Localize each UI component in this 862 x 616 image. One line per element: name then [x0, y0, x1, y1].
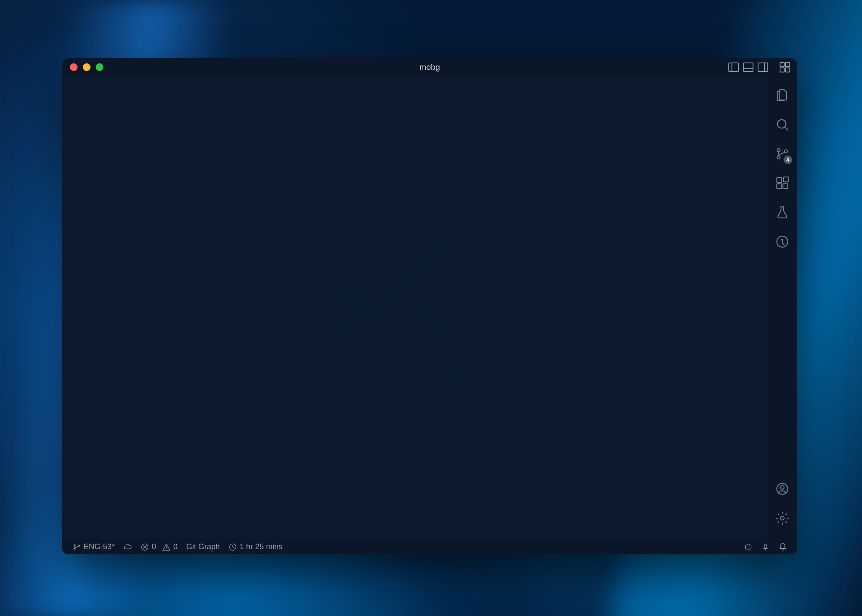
branch-name: ENG-53*: [84, 542, 115, 551]
svg-point-34: [749, 547, 750, 548]
source-control-badge: 4: [784, 156, 792, 164]
toggle-primary-sidebar-icon[interactable]: [727, 61, 740, 74]
svg-rect-18: [784, 177, 788, 182]
cloud-sync-status[interactable]: [119, 539, 136, 554]
svg-rect-9: [785, 68, 790, 72]
pin-status-icon[interactable]: [757, 539, 774, 554]
accounts-icon[interactable]: [767, 474, 797, 504]
editor-area: [62, 76, 767, 539]
explorer-icon[interactable]: [767, 81, 797, 110]
git-graph-label: Git Graph: [186, 542, 220, 551]
customize-layout-icon[interactable]: [778, 61, 791, 74]
minimize-window-button[interactable]: [83, 63, 91, 71]
testing-icon[interactable]: [767, 198, 797, 227]
separator: [774, 62, 774, 72]
svg-rect-6: [780, 62, 784, 67]
search-icon[interactable]: [767, 110, 797, 139]
svg-rect-15: [777, 177, 781, 182]
svg-rect-8: [780, 68, 784, 72]
svg-rect-17: [783, 184, 787, 188]
svg-rect-2: [743, 63, 753, 72]
activity-bar: 4: [767, 76, 797, 539]
svg-point-26: [78, 544, 80, 546]
notifications-icon[interactable]: [774, 539, 791, 554]
titlebar-actions: [727, 61, 791, 74]
titlebar: mobg: [62, 58, 797, 76]
vscode-logo-icon: [328, 221, 501, 394]
svg-rect-4: [758, 63, 768, 72]
gitlens-icon[interactable]: [767, 227, 797, 256]
window-controls: [70, 63, 103, 71]
svg-rect-16: [777, 184, 781, 188]
time-value: 1 hr 25 mins: [240, 542, 282, 551]
source-control-icon[interactable]: 4: [767, 139, 797, 168]
svg-point-12: [777, 149, 780, 152]
problems-status[interactable]: 0 0: [136, 539, 182, 554]
errors-count: 0: [152, 542, 156, 551]
svg-rect-7: [785, 62, 790, 67]
app-window: mobg: [62, 58, 797, 554]
svg-point-22: [781, 485, 784, 489]
copilot-status-icon[interactable]: [740, 539, 757, 554]
svg-point-23: [781, 516, 784, 520]
toggle-secondary-sidebar-icon[interactable]: [756, 61, 769, 74]
svg-point-33: [747, 547, 748, 548]
git-graph-status[interactable]: Git Graph: [182, 539, 224, 554]
svg-line-11: [785, 127, 788, 130]
toggle-panel-icon[interactable]: [742, 61, 755, 74]
close-window-button[interactable]: [70, 63, 78, 71]
fullscreen-window-button[interactable]: [96, 63, 103, 71]
extensions-icon[interactable]: [767, 168, 797, 198]
status-bar: ENG-53* 0 0 Git Graph 1 hr 25 mins: [62, 539, 797, 554]
svg-point-20: [781, 239, 783, 241]
svg-rect-0: [729, 63, 739, 72]
git-branch-status[interactable]: ENG-53*: [68, 539, 119, 554]
svg-point-31: [166, 548, 167, 549]
warnings-count: 0: [173, 542, 178, 551]
time-tracking-status[interactable]: 1 hr 25 mins: [224, 539, 287, 554]
svg-point-13: [777, 156, 780, 159]
settings-gear-icon[interactable]: [767, 504, 797, 533]
window-title: mobg: [62, 62, 797, 72]
svg-point-14: [784, 150, 787, 153]
